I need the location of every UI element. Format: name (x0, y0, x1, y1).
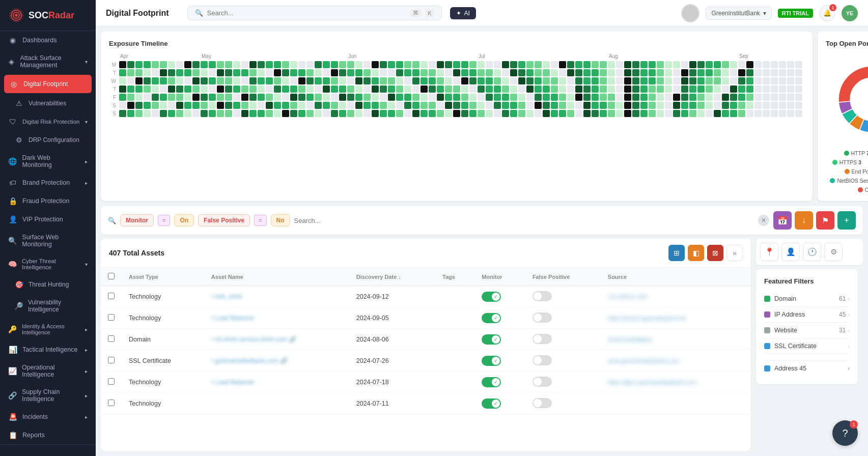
monitor-toggle[interactable]: ✓ (482, 377, 501, 387)
sidebar-item-fraud-protection[interactable]: 🔒 Fraud Protection (0, 192, 96, 210)
org-selector[interactable]: GreeninstitutBank ▾ (706, 7, 771, 20)
featured-item-count-group: › (846, 343, 850, 349)
sidebar-item-tactical[interactable]: 📊 Tactical Intelligence ▸ (0, 340, 96, 359)
sidebar-item-cyber-threat[interactable]: 🧠 Cyber Threat Intelligence ▾ (0, 253, 96, 275)
no-filter-value[interactable]: No (271, 214, 290, 226)
clock-filter-icon[interactable]: 🕐 (803, 243, 821, 261)
tags-header[interactable]: Tags (435, 268, 474, 286)
chevron-icon: ▸ (85, 159, 88, 164)
sidebar-item-label: Supply Chain Intelligence (22, 388, 80, 403)
row-checkbox[interactable] (108, 314, 115, 321)
asset-type-cell: Technology (122, 393, 204, 414)
sidebar-item-identity-access[interactable]: 🔑 Identity & Access Intelligence ▸ (0, 318, 96, 340)
sidebar-item-attack-surface[interactable]: ◈ Attack Surface Management ▾ (0, 49, 96, 74)
row-checkbox[interactable] (108, 400, 115, 406)
download-filter-button[interactable]: ↓ (795, 211, 813, 230)
chat-support-button[interactable]: ? 1 (832, 420, 858, 446)
monitor-toggle[interactable]: ✓ (482, 313, 501, 323)
featured-filter-item[interactable]: SSL Certificate › (764, 338, 850, 354)
sidebar-item-threat-hunting[interactable]: 🎯 Threat Hunting (0, 275, 96, 294)
featured-item-count: 31 (839, 327, 846, 334)
row-checkbox[interactable] (108, 378, 115, 385)
red-view-button[interactable]: ⊠ (707, 245, 723, 261)
calendar-filter-button[interactable]: 📅 (773, 211, 792, 230)
false-positive-toggle[interactable] (533, 334, 552, 344)
monitor-toggle[interactable]: ✓ (482, 334, 501, 345)
source-cell: 173.248.01.103 (601, 286, 751, 307)
row-checkbox-cell (101, 372, 122, 393)
sidebar-item-digital-footprint[interactable]: ◎ Digital Footprint (4, 75, 92, 93)
featured-filter-item[interactable]: IP Address 45 › (764, 307, 850, 323)
sidebar-item-vulnerabilities[interactable]: ⚠ Vulnerabilities (0, 94, 96, 112)
asset-type-header[interactable]: Asset Type (122, 268, 204, 286)
sidebar-item-label: Attack Surface Management (20, 54, 80, 69)
assets-table: Asset Type Asset Name Discovery Date ↓ T… (101, 268, 751, 414)
false-positive-toggle[interactable] (533, 291, 552, 301)
location-filter-icon[interactable]: 📍 (760, 243, 778, 261)
person-filter-icon[interactable]: 👤 (781, 243, 800, 261)
legend-item: HTTPS 3 (832, 159, 861, 165)
collapse-button[interactable]: « (0, 449, 96, 456)
sidebar-item-surface-web[interactable]: 🔍 Surface Web Monitoring (0, 229, 96, 253)
ai-button[interactable]: ✦ AI (450, 7, 476, 19)
sidebar-item-vuln-intel[interactable]: 🔎 Vulnerability Intelligence (0, 294, 96, 318)
monitor-filter-chip[interactable]: Monitor (120, 214, 154, 226)
discovery-date-header[interactable]: Discovery Date ↓ (349, 268, 435, 286)
sidebar-item-supply-chain[interactable]: 🔗 Supply Chain Intelligence ▸ (0, 383, 96, 408)
sidebar-item-incidents[interactable]: 🚨 Incidents ▸ (0, 408, 96, 426)
source-header[interactable]: Source (601, 268, 751, 286)
monitor-toggle[interactable]: ✓ (482, 292, 501, 302)
filter-search-input[interactable] (294, 217, 754, 224)
vuln-intel-icon: 🔎 (14, 302, 23, 310)
false-positive-header[interactable]: False Positive (525, 268, 601, 286)
false-positive-cell (525, 286, 601, 307)
assets-header: 407 Total Assets ⊞ ◧ ⊠ » (101, 239, 751, 268)
featured-item-label: Website (774, 327, 797, 334)
settings-filter-icon[interactable]: ⚙ (824, 243, 843, 261)
sidebar-item-reports[interactable]: 📋 Reports (0, 426, 96, 444)
sidebar-item-drp-config[interactable]: ⚙ DRP Configuration (0, 131, 96, 149)
sidebar-item-label: Digital Footprint (23, 80, 68, 88)
false-positive-toggle[interactable] (533, 377, 552, 387)
monitor-toggle[interactable]: ✓ (482, 356, 501, 366)
flag-filter-button[interactable]: ⚑ (816, 211, 834, 230)
featured-filter-item[interactable]: Domain 61 › (764, 291, 850, 307)
brand-icon: 🏷 (8, 179, 17, 187)
notification-button[interactable]: 🔔 1 (819, 5, 835, 21)
select-all-checkbox[interactable] (108, 273, 115, 279)
false-positive-toggle[interactable] (533, 355, 552, 365)
tags-cell (435, 372, 474, 393)
more-view-button[interactable]: » (726, 245, 743, 261)
legend-item: Others 9 (858, 187, 868, 193)
add-filter-button[interactable]: + (837, 211, 856, 230)
false-positive-toggle[interactable] (533, 398, 552, 408)
featured-item-count: 45 (839, 311, 846, 318)
on-filter-value[interactable]: On (174, 214, 194, 226)
monitor-toggle[interactable]: ✓ (482, 398, 501, 409)
grid-view-button[interactable]: ⊞ (668, 245, 685, 261)
monitor-header[interactable]: Monitor (474, 268, 525, 286)
sidebar-item-dashboards[interactable]: ◉ Dashboards (0, 31, 96, 49)
tactical-icon: 📊 (8, 346, 17, 354)
false-positive-chip[interactable]: False Positive (198, 214, 250, 226)
sidebar-item-dark-web[interactable]: 🌐 Dark Web Monitoring ▸ (0, 149, 96, 174)
search-input[interactable] (207, 9, 407, 17)
row-checkbox[interactable] (108, 293, 115, 299)
featured-filter-item[interactable]: Website 31 › (764, 323, 850, 338)
sidebar-item-digital-risk-protection[interactable]: 🛡 Digital Risk Protection ▾ (0, 112, 96, 131)
orange-view-button[interactable]: ◧ (688, 245, 704, 261)
user-avatar[interactable]: YE (842, 5, 858, 21)
asset-name-cell: • greenainstitutbank.com 🔗 (204, 350, 349, 372)
toggle-thumb: ✓ (492, 335, 500, 344)
row-checkbox[interactable] (108, 357, 115, 363)
row-checkbox[interactable] (108, 335, 115, 342)
sidebar-item-vip-protection[interactable]: 👤 VIP Protection (0, 210, 96, 229)
asset-name-header[interactable]: Asset Name (204, 268, 349, 286)
false-positive-toggle[interactable] (533, 312, 552, 323)
sidebar-item-brand-protection[interactable]: 🏷 Brand Protection ▸ (0, 174, 96, 192)
dashboard-icon: ◉ (8, 36, 17, 44)
address-filter-item[interactable]: Address 45 › (764, 360, 850, 376)
asset-type-cell: SSL Certificate (122, 350, 204, 372)
filter-clear-button[interactable]: ✕ (758, 215, 769, 226)
sidebar-item-operational[interactable]: 📈 Operational Intelligence ▸ (0, 359, 96, 383)
